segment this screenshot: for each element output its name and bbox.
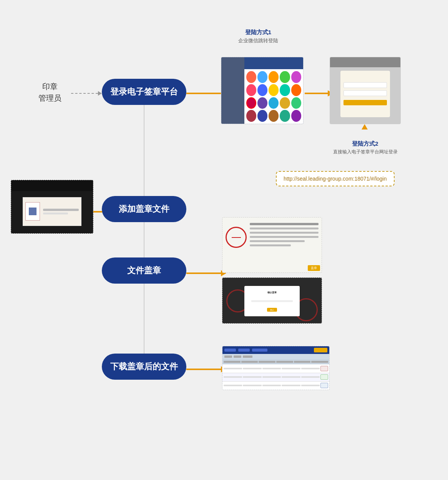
admin-arrow xyxy=(71,91,106,96)
wechat-icon-14 xyxy=(280,97,290,109)
dl-row-3 xyxy=(222,382,329,390)
login-topbar xyxy=(330,57,400,67)
wechat-icon-10 xyxy=(291,84,301,96)
filter-item2 xyxy=(234,355,241,358)
method2-subtitle: 直接输入电子签章平台网址登录 xyxy=(330,149,401,155)
th-3 xyxy=(259,361,275,363)
dialog-content-line xyxy=(251,300,293,302)
dl-download-icon xyxy=(320,366,328,371)
orange-line4 xyxy=(186,272,221,274)
add-topbar xyxy=(11,180,93,191)
dialog-title: 确认盖章 xyxy=(267,291,277,294)
login-submit-btn xyxy=(343,100,387,106)
dl-cell xyxy=(262,376,281,378)
wechat-icons xyxy=(244,69,303,124)
screenshot-stamp-confirm: 确认盖章 确认 xyxy=(222,277,322,324)
download-table-header xyxy=(222,359,329,365)
method1-title: 登陆方式1 xyxy=(238,29,278,36)
doc-line-4 xyxy=(250,236,319,238)
dashed-line xyxy=(71,93,98,94)
dl-cell xyxy=(262,385,281,386)
dl-row-2 xyxy=(222,373,329,382)
login-method2-label: 登陆方式2 直接输入电子签章平台网址登录 xyxy=(330,140,401,155)
dl-cell xyxy=(301,385,320,386)
screenshot-stamp-doc: 盖章 xyxy=(222,217,322,273)
dl-cell xyxy=(282,376,300,378)
add-file-icon xyxy=(25,202,40,221)
screenshot-download xyxy=(222,346,330,390)
doc-line-2 xyxy=(250,228,319,229)
confirm-dialog: 确认盖章 确认 xyxy=(244,286,300,316)
orange-arrow-to-stamp xyxy=(186,270,226,276)
screenshot-add-file xyxy=(11,180,93,234)
dl-cell xyxy=(262,368,281,369)
th-5 xyxy=(294,361,311,363)
add-file-content xyxy=(15,193,89,231)
wechat-icon-9 xyxy=(280,84,290,96)
wechat-icon-3 xyxy=(269,71,279,83)
pill-add-file: 添加盖章文件 xyxy=(102,196,186,222)
screenshot-login-page xyxy=(330,57,401,124)
wechat-icon-6 xyxy=(246,84,256,96)
dl-cell xyxy=(224,368,242,369)
wechat-icon-16 xyxy=(246,110,256,122)
wechat-icon-13 xyxy=(269,97,279,109)
admin-label: 印章 管理员 xyxy=(38,81,61,104)
pill-add-file-label: 添加盖章文件 xyxy=(119,203,169,215)
pill-download-label: 下载盖章后的文件 xyxy=(110,361,178,372)
wechat-icon-7 xyxy=(257,84,267,96)
admin-text: 印章 管理员 xyxy=(38,81,61,104)
connector-line-3 xyxy=(144,284,144,355)
login-form xyxy=(340,71,390,117)
wechat-icon-5 xyxy=(291,71,301,83)
stamp-text-area xyxy=(250,221,319,269)
login-method1-label: 登陆方式1 企业微信跳转登陆 xyxy=(238,29,278,44)
wechat-icon-1 xyxy=(246,71,256,83)
wechat-icon-seal xyxy=(246,97,256,109)
stamp-inner-line xyxy=(232,237,241,238)
orange-arrow-up-to-login xyxy=(362,124,368,130)
stamp-action-btn: 盖章 xyxy=(308,265,320,271)
connector-line-1 xyxy=(144,105,144,197)
dialog-confirm-btn: 确认 xyxy=(267,308,277,312)
wechat-icon-2 xyxy=(257,71,267,83)
orange-line xyxy=(186,93,221,94)
method2-title: 登陆方式2 xyxy=(330,140,401,148)
dl-nav-item2 xyxy=(238,349,250,352)
dl-btn xyxy=(314,348,327,352)
filter-item3 xyxy=(243,355,252,358)
th-6 xyxy=(311,361,328,363)
url-text: http://seal.leading-group.com:18071/#/lo… xyxy=(284,176,387,182)
doc-line-3 xyxy=(250,232,319,234)
connector-line-2 xyxy=(144,222,144,259)
th-2 xyxy=(241,361,258,363)
file-icon-inner xyxy=(29,208,37,215)
orange-arrow-to-wechat xyxy=(186,90,226,96)
dl-row-1 xyxy=(222,364,329,373)
wechat-topbar xyxy=(244,57,303,69)
pill-stamp-file-label: 文件盖章 xyxy=(127,265,161,276)
dl-download-icon3 xyxy=(320,383,328,388)
dl-cell xyxy=(224,376,242,378)
th-1 xyxy=(224,361,241,363)
login-username-field xyxy=(343,82,387,88)
pill-login-label: 登录电子签章平台 xyxy=(110,86,178,98)
dl-cell xyxy=(224,385,242,386)
wechat-icon-15 xyxy=(291,97,301,109)
file-size-line xyxy=(43,213,68,214)
url-box: http://seal.leading-group.com:18071/#/lo… xyxy=(276,171,395,186)
dl-nav-item3 xyxy=(252,349,267,352)
dl-cell xyxy=(301,368,320,369)
stamp-doc-inner xyxy=(226,221,319,269)
dl-cell xyxy=(301,376,320,378)
dl-cell xyxy=(243,385,261,386)
add-file-doc xyxy=(23,197,81,226)
pill-login: 登录电子签章平台 xyxy=(102,79,186,105)
dl-cell xyxy=(243,376,261,378)
doc-line-6 xyxy=(250,244,291,246)
download-filter-row xyxy=(222,354,329,359)
doc-line-5 xyxy=(250,240,305,242)
orange-arrowhead-up xyxy=(362,124,368,130)
stamp-doc-content: 盖章 xyxy=(222,218,322,272)
file-name-line xyxy=(43,209,79,211)
